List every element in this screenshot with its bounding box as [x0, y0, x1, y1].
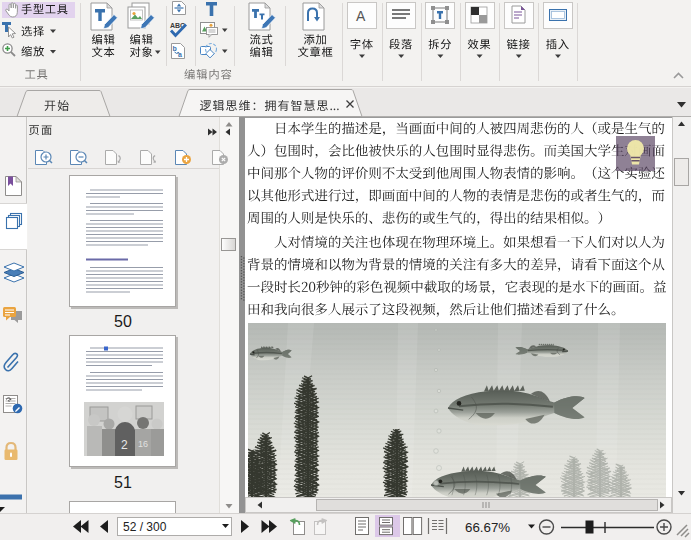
- svg-text:a: a: [178, 51, 182, 58]
- svg-text:b: b: [173, 45, 177, 52]
- svg-text:2: 2: [121, 438, 128, 452]
- svg-text:16: 16: [138, 439, 148, 449]
- svg-text:A: A: [356, 8, 366, 24]
